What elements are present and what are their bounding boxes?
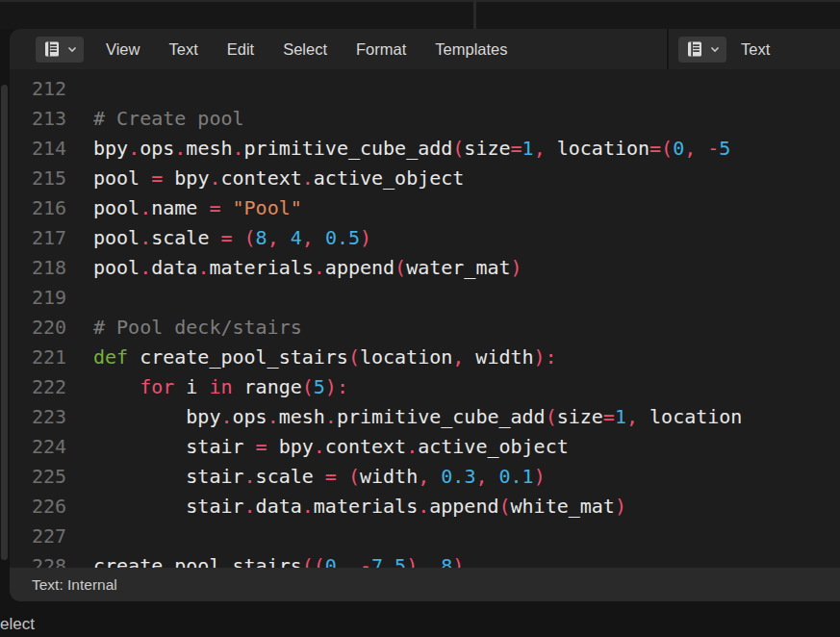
code-line[interactable]: 222 for i in range(5): (10, 372, 840, 402)
code-token: materials (209, 256, 313, 279)
code-token: = (325, 465, 337, 488)
code-token: name (151, 196, 209, 219)
code-token: . (314, 256, 325, 279)
code-token: 1 (522, 137, 534, 160)
menu-templates[interactable]: Templates (420, 29, 522, 69)
code-token: append (429, 495, 498, 518)
code-token: bpy (186, 405, 220, 428)
scrollbar[interactable] (1, 85, 8, 560)
code-token: . (244, 465, 256, 488)
code-token: append (325, 256, 395, 279)
line-number: 225 (10, 462, 93, 492)
code-area[interactable]: 212213# Create pool214bpy.ops.mesh.primi… (10, 69, 840, 568)
code-line[interactable]: 227 (10, 522, 840, 551)
code-token: materials (314, 495, 418, 518)
code-token: ) (452, 554, 464, 568)
code-token: width (360, 465, 418, 488)
code-token (279, 226, 291, 249)
code-text: stair = bpy.context.active_object (93, 432, 840, 462)
code-token: 0.1 (499, 465, 534, 488)
code-line[interactable]: 219 (10, 283, 840, 313)
code-token: data (256, 495, 302, 518)
menu-edit[interactable]: Edit (213, 29, 268, 69)
code-token: bpy (174, 166, 209, 190)
code-text: # Pool deck/stairs (93, 313, 840, 343)
editor-type-button[interactable] (678, 37, 726, 63)
code-token: create_pool_stairs (93, 554, 302, 568)
editor-type-button[interactable] (36, 37, 84, 63)
code-text: bpy.ops.mesh.primitive_cube_add(size=1, … (93, 402, 840, 432)
code-token: (( (302, 554, 325, 568)
code-line[interactable]: 215pool = bpy.context.active_object (10, 164, 840, 193)
code-token: pool (93, 196, 140, 219)
menu-select[interactable]: Select (268, 29, 342, 69)
code-token: , (418, 465, 429, 488)
code-token: - (707, 137, 719, 160)
code-line[interactable]: 226 stair.data.materials.append(white_ma… (10, 492, 840, 522)
code-token: # Create pool (93, 107, 244, 130)
code-token: ( (498, 495, 510, 518)
cropped-select-menu[interactable]: elect (0, 615, 35, 634)
code-token: primitive_cube_add (337, 405, 546, 428)
code-line[interactable]: 228create_pool_stairs((0, -7.5), 8) (10, 551, 840, 568)
code-line[interactable]: 223 bpy.ops.mesh.primitive_cube_add(size… (10, 402, 840, 432)
code-token: 1 (615, 405, 626, 428)
code-token: 7.5 (371, 554, 406, 568)
code-token (337, 465, 348, 488)
menu-view[interactable]: View (91, 29, 154, 69)
code-line[interactable]: 213# Create pool (10, 104, 840, 134)
code-token: in (209, 375, 232, 398)
code-line[interactable]: 217pool.scale = (8, 4, 0.5) (10, 223, 840, 253)
menu-bar: ViewTextEditSelectFormatTemplates (91, 29, 522, 69)
code-line[interactable]: 220# Pool deck/stairs (10, 313, 840, 343)
area-divider (473, 0, 476, 29)
code-text (93, 74, 840, 104)
second-text-editor-header: Text (669, 29, 840, 69)
line-number: 221 (10, 343, 93, 372)
code-token: # Pool deck/stairs (93, 316, 302, 339)
code-text: # Create pool (93, 104, 840, 134)
code-line[interactable]: 214bpy.ops.mesh.primitive_cube_add(size=… (10, 134, 840, 164)
code-token: size (464, 137, 510, 160)
line-number: 228 (10, 551, 93, 568)
code-token: 8 (256, 226, 267, 249)
menu-text[interactable]: Text (154, 29, 212, 69)
text-editor-icon (685, 39, 704, 59)
code-text: def create_pool_stairs(location, width): (93, 343, 840, 372)
code-token: 5 (719, 137, 730, 160)
code-line[interactable]: 225 stair.scale = (width, 0.3, 0.1) (10, 462, 840, 492)
menu-text[interactable]: Text (741, 29, 770, 69)
code-token (93, 405, 186, 428)
line-number: 227 (10, 522, 93, 551)
code-line[interactable]: 218pool.data.materials.append(water_mat) (10, 253, 840, 283)
editor-status-bar: Text: Internal (10, 568, 840, 601)
code-token: . (220, 405, 232, 428)
code-line[interactable]: 221def create_pool_stairs(location, widt… (10, 343, 840, 372)
code-token (93, 495, 186, 518)
code-token: 0.3 (441, 465, 475, 488)
code-text: pool.data.materials.append(water_mat) (93, 253, 840, 283)
code-token: active_object (418, 435, 569, 458)
code-token: . (302, 495, 314, 518)
code-line[interactable]: 212 (10, 74, 840, 104)
code-line[interactable]: 216pool.name = "Pool" (10, 193, 840, 223)
code-token: range (233, 375, 302, 398)
code-token: location (557, 137, 649, 160)
code-token: stair (186, 495, 243, 518)
code-line[interactable]: 224 stair = bpy.context.active_object (10, 432, 840, 462)
code-token: i (174, 375, 209, 398)
code-token: . (406, 435, 418, 458)
code-token: mesh (186, 137, 232, 160)
code-token: = (256, 435, 267, 458)
code-token: ( (348, 465, 360, 488)
code-text (93, 283, 840, 313)
code-text: bpy.ops.mesh.primitive_cube_add(size=1, … (93, 134, 840, 164)
line-number: 223 (10, 402, 93, 432)
code-token: = (649, 137, 661, 160)
code-token: ): (325, 375, 348, 398)
code-token (220, 196, 232, 219)
menu-format[interactable]: Format (342, 29, 420, 69)
code-token: , (684, 137, 696, 160)
code-token: ( (546, 405, 557, 428)
code-token: for (140, 375, 174, 398)
